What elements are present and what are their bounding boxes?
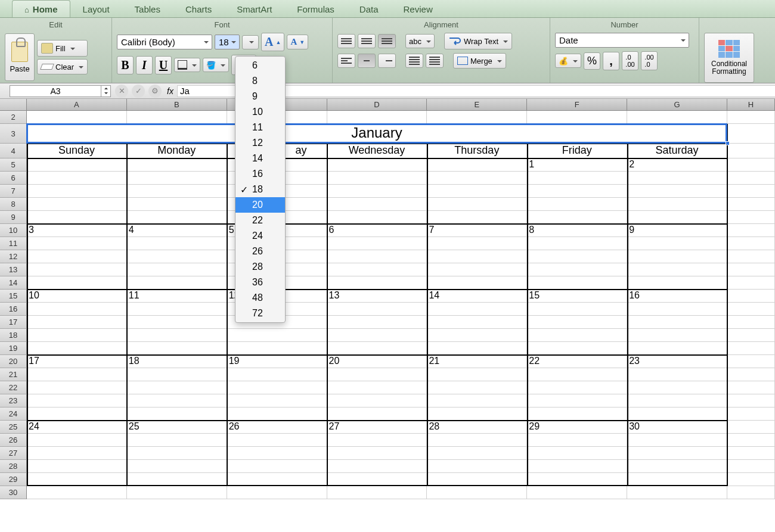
cell-D25[interactable]: 27 [327,421,427,434]
accept-formula-button[interactable]: ✓ [132,85,145,98]
align-left-button[interactable] [337,54,355,68]
row-header-10[interactable]: 10 [0,224,27,237]
cell-E6[interactable] [427,172,527,185]
cell-A18[interactable] [27,329,127,342]
row-header-17[interactable]: 17 [0,316,27,329]
cell-F29[interactable] [527,473,627,486]
align-center-button[interactable] [358,54,376,68]
cell-E21[interactable] [427,368,527,381]
column-header-B[interactable]: B [127,99,227,111]
cell-D28[interactable] [327,460,427,473]
currency-button[interactable]: 💰 [555,54,581,68]
cell-H10[interactable] [727,224,775,237]
row-header-29[interactable]: 29 [0,473,27,486]
cell-E23[interactable] [427,394,527,407]
formula-builder-button[interactable]: ⚙ [148,85,162,98]
cell-C28[interactable] [227,460,327,473]
cell-G28[interactable] [627,460,727,473]
cell-D4[interactable]: Wednesday [327,144,427,158]
cell-F22[interactable] [527,381,627,394]
cell-D17[interactable] [327,316,427,329]
cell-D18[interactable] [327,329,427,342]
cell-B14[interactable] [127,276,227,290]
font-size-option-18[interactable]: 18 [235,182,285,197]
cell-D15[interactable]: 13 [327,290,427,303]
row-header-23[interactable]: 23 [0,394,27,407]
cell-B12[interactable] [127,250,227,263]
cell-H2[interactable] [727,111,775,124]
cell-G22[interactable] [627,381,727,394]
cell-F14[interactable] [527,276,627,290]
cell-A4[interactable]: Sunday [27,144,127,158]
font-size-option-9[interactable]: 9 [235,89,285,104]
cell-A22[interactable] [27,381,127,394]
cell-F13[interactable] [527,263,627,276]
tab-layout[interactable]: Layout [70,0,122,17]
cell-B6[interactable] [127,172,227,185]
cell-D26[interactable] [327,434,427,447]
cell-A12[interactable] [27,250,127,263]
cell-B28[interactable] [127,460,227,473]
tab-home[interactable]: ⌂Home [12,0,70,17]
fill-color-button[interactable]: 🪣 [203,58,229,72]
cell-B24[interactable] [127,407,227,421]
cell-G12[interactable] [627,250,727,263]
font-size-option-72[interactable]: 72 [235,306,285,321]
row-header-21[interactable]: 21 [0,368,27,381]
cell-F15[interactable]: 15 [527,290,627,303]
cell-H29[interactable] [727,473,775,486]
row-header-8[interactable]: 8 [0,198,27,211]
column-header-A[interactable]: A [27,99,127,111]
cell-H8[interactable] [727,198,775,211]
column-header-G[interactable]: G [627,99,727,111]
cell-A13[interactable] [27,263,127,276]
cell-F18[interactable] [527,329,627,342]
wrap-text-button[interactable]: Wrap Text [444,33,512,49]
cell-E14[interactable] [427,276,527,290]
name-box[interactable]: A3 [10,85,111,97]
cell-B7[interactable] [127,185,227,198]
cell-A26[interactable] [27,434,127,447]
row-header-14[interactable]: 14 [0,276,27,290]
row-header-20[interactable]: 20 [0,355,27,368]
cell-E19[interactable] [427,342,527,355]
cell-H22[interactable] [727,381,775,394]
cell-E15[interactable]: 14 [427,290,527,303]
font-size-option-24[interactable]: 24 [235,228,285,244]
italic-button[interactable]: I [136,56,153,74]
cell-E16[interactable] [427,303,527,316]
cell-H7[interactable] [727,185,775,198]
row-header-6[interactable]: 6 [0,172,27,185]
cell-G7[interactable] [627,185,727,198]
cell-F9[interactable] [527,211,627,224]
cell-H19[interactable] [727,342,775,355]
cell-B22[interactable] [127,381,227,394]
font-size-option-16[interactable]: 16 [235,166,285,182]
cell-G16[interactable] [627,303,727,316]
tab-data[interactable]: Data [347,0,391,17]
font-size-option-8[interactable]: 8 [235,73,285,89]
cell-D24[interactable] [327,407,427,421]
cell-A27[interactable] [27,447,127,460]
cell-A10[interactable]: 3 [27,224,127,237]
cell-E25[interactable]: 28 [427,421,527,434]
comma-button[interactable]: , [603,52,619,70]
cell-A24[interactable] [27,407,127,421]
align-bottom-button[interactable] [378,34,396,48]
cell-F16[interactable] [527,303,627,316]
cell-B8[interactable] [127,198,227,211]
orientation-button[interactable]: abc [405,34,435,48]
cell-F26[interactable] [527,434,627,447]
cancel-formula-button[interactable]: ✕ [115,85,128,98]
cell-B19[interactable] [127,342,227,355]
cell-G25[interactable]: 30 [627,421,727,434]
cell-E22[interactable] [427,381,527,394]
cell-A14[interactable] [27,276,127,290]
cell-B4[interactable]: Monday [127,144,227,158]
increase-decimal-button[interactable]: .0.00 [622,51,638,70]
cell-G2[interactable] [627,111,727,124]
cell-A21[interactable] [27,368,127,381]
cell-A6[interactable] [27,172,127,185]
cell-B17[interactable] [127,316,227,329]
cell-F25[interactable]: 29 [527,421,627,434]
